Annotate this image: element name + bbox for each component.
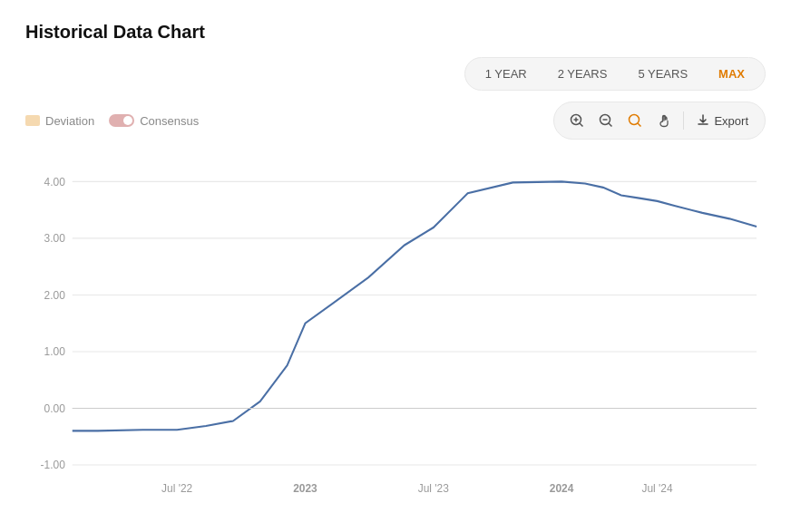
svg-text:3.00: 3.00	[44, 232, 65, 246]
deviation-label: Deviation	[45, 114, 94, 128]
hand-icon	[657, 113, 671, 128]
zoom-in-button[interactable]	[563, 107, 591, 134]
consensus-label: Consensus	[140, 114, 199, 128]
zoom-in-icon	[570, 113, 584, 128]
consensus-toggle[interactable]	[109, 114, 134, 127]
svg-text:Jul '23: Jul '23	[418, 482, 449, 496]
download-icon	[697, 114, 709, 127]
magnify-icon	[628, 113, 642, 128]
time-btn-1year[interactable]: 1 YEAR	[471, 62, 542, 86]
svg-line-6	[609, 123, 612, 127]
svg-text:2023: 2023	[293, 482, 317, 496]
magnify-button[interactable]	[621, 107, 649, 134]
zoom-out-icon	[599, 113, 613, 128]
svg-line-8	[638, 123, 641, 127]
legend-item-consensus: Consensus	[109, 114, 199, 128]
legend-toolbar-row: Deviation Consensus	[25, 102, 766, 140]
svg-text:Jul '24: Jul '24	[642, 482, 673, 496]
svg-text:2.00: 2.00	[44, 288, 65, 302]
chart-area: 4.00 3.00 2.00 1.00 0.00 -1.00 Jul '22 2…	[25, 152, 766, 514]
chart-svg: 4.00 3.00 2.00 1.00 0.00 -1.00 Jul '22 2…	[25, 152, 766, 514]
time-btn-max[interactable]: MAX	[704, 62, 759, 86]
toolbar-divider	[683, 111, 684, 130]
pan-button[interactable]	[650, 107, 678, 134]
svg-text:1.00: 1.00	[44, 345, 65, 359]
svg-point-7	[630, 115, 640, 125]
export-button[interactable]: Export	[689, 111, 756, 131]
deviation-swatch	[25, 115, 40, 126]
main-container: Historical Data Chart 1 YEAR 2 YEARS 5 Y…	[0, 0, 791, 532]
svg-text:-1.00: -1.00	[41, 459, 65, 472]
svg-text:2024: 2024	[550, 482, 574, 496]
zoom-out-button[interactable]	[592, 107, 620, 134]
svg-text:Jul '22: Jul '22	[161, 482, 192, 496]
time-btn-5years[interactable]: 5 YEARS	[623, 62, 702, 86]
export-label: Export	[714, 114, 748, 128]
legend-item-deviation: Deviation	[25, 114, 94, 128]
svg-text:0.00: 0.00	[44, 401, 65, 415]
time-range-selector: 1 YEAR 2 YEARS 5 YEARS MAX	[464, 57, 766, 91]
svg-text:4.00: 4.00	[44, 175, 65, 189]
chart-legend: Deviation Consensus	[25, 114, 199, 128]
page-title: Historical Data Chart	[25, 22, 766, 43]
svg-line-3	[580, 123, 583, 127]
chart-toolbar: Export	[553, 102, 766, 140]
controls-row: 1 YEAR 2 YEARS 5 YEARS MAX	[25, 57, 766, 91]
time-btn-2years[interactable]: 2 YEARS	[543, 62, 622, 86]
chart-line	[73, 181, 757, 430]
